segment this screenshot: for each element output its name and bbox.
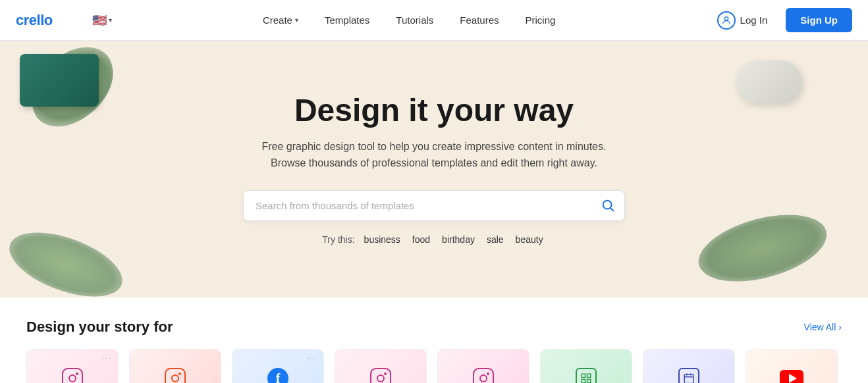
decorative-leaf-right <box>692 203 834 294</box>
try-tag-business[interactable]: business <box>362 233 403 246</box>
nav-templates-label: Templates <box>325 14 369 26</box>
nav-item-tutorials[interactable]: Tutorials <box>385 9 444 31</box>
instagram-icon <box>62 368 83 383</box>
instagram-icon-4 <box>473 368 494 383</box>
create-caret-icon: ▾ <box>295 16 298 24</box>
svg-point-0 <box>724 16 728 20</box>
story-section: Design your story for View All › ··· ···… <box>0 297 868 383</box>
nav-pricing-label: Pricing <box>526 14 556 26</box>
story-card-calendar[interactable] <box>643 349 735 383</box>
decorative-mouse <box>736 61 802 103</box>
svg-rect-7 <box>684 374 693 383</box>
youtube-icon <box>780 370 803 383</box>
view-all-label: View All <box>804 322 836 332</box>
section-title: Design your story for <box>26 319 173 336</box>
try-tag-birthday[interactable]: birthday <box>439 233 477 246</box>
flag-icon: 🇺🇸 <box>92 13 107 28</box>
search-button[interactable] <box>595 194 620 217</box>
try-tag-sale[interactable]: sale <box>484 233 506 246</box>
story-card-instagram-3[interactable] <box>335 349 427 383</box>
card-menu-dots: ··· <box>102 353 113 363</box>
svg-rect-3 <box>582 374 585 377</box>
nav-item-pricing[interactable]: Pricing <box>515 9 566 31</box>
svg-line-2 <box>610 209 613 211</box>
user-icon <box>717 11 736 30</box>
login-label: Log In <box>740 14 768 26</box>
view-all-chevron-icon: › <box>838 322 842 332</box>
story-card-instagram-2[interactable] <box>129 349 221 383</box>
story-card-facebook[interactable]: ··· f <box>232 349 324 383</box>
svg-rect-5 <box>582 380 585 383</box>
try-this-row: Try this: business food birthday sale be… <box>243 233 625 246</box>
calendar-icon <box>678 368 699 383</box>
generic-icon <box>576 368 597 383</box>
nav-create-label: Create <box>263 14 292 26</box>
main-nav: Create ▾ Templates Tutorials Features Pr… <box>112 9 707 31</box>
try-tag-beauty[interactable]: beauty <box>513 233 546 246</box>
instagram-outline-icon <box>165 368 186 383</box>
view-all-button[interactable]: View All › <box>804 322 842 332</box>
section-header: Design your story for View All › <box>26 319 842 336</box>
decorative-bag <box>20 54 99 107</box>
svg-rect-6 <box>587 380 591 383</box>
logo-container[interactable]: crello <box>16 12 53 29</box>
story-card-instagram-1[interactable]: ··· <box>26 349 119 383</box>
story-cards-row: ··· ··· f <box>26 349 842 383</box>
navbar: crello 🇺🇸 ▾ Create ▾ Templates Tutorials… <box>0 0 868 41</box>
hero-subtitle: Free graphic design tool to help you cre… <box>243 139 625 172</box>
decorative-leaf-bottomleft <box>1 220 131 297</box>
story-card-instagram-4[interactable] <box>437 349 529 383</box>
nav-item-templates[interactable]: Templates <box>314 9 380 31</box>
nav-features-label: Features <box>460 14 499 26</box>
nav-item-features[interactable]: Features <box>449 9 509 31</box>
nav-item-create[interactable]: Create ▾ <box>252 9 309 31</box>
story-card-generic[interactable] <box>540 349 632 383</box>
hero-title: Design it your way <box>243 92 625 128</box>
logo-text: crello <box>16 12 53 29</box>
facebook-icon: f <box>267 368 288 383</box>
search-bar <box>243 190 625 221</box>
hero-section: Design it your way Free graphic design t… <box>0 41 868 297</box>
hero-content: Design it your way Free graphic design t… <box>230 92 638 246</box>
search-input[interactable] <box>256 193 595 218</box>
instagram-icon-3 <box>370 368 391 383</box>
card-menu-dots-fb: ··· <box>308 353 318 363</box>
navbar-actions: Log In Sign Up <box>707 6 852 35</box>
nav-tutorials-label: Tutorials <box>396 14 433 26</box>
svg-rect-4 <box>587 374 591 377</box>
story-card-youtube[interactable] <box>746 349 838 383</box>
signup-button[interactable]: Sign Up <box>786 8 852 32</box>
try-this-label: Try this: <box>322 234 354 245</box>
try-tag-food[interactable]: food <box>410 233 433 246</box>
login-button[interactable]: Log In <box>707 6 778 35</box>
language-selector[interactable]: 🇺🇸 ▾ <box>92 13 112 28</box>
